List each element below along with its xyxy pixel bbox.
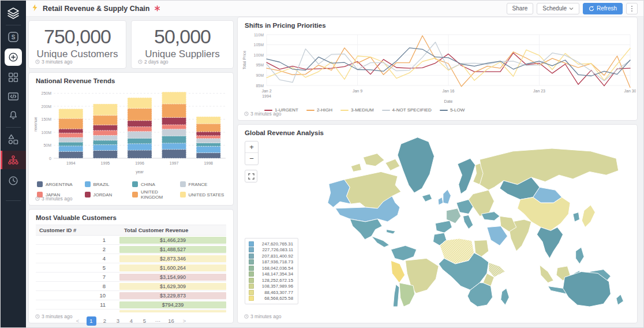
svg-text:Jan 16: Jan 16 (442, 89, 454, 93)
panel-most-valuable-customers: Most Valuable Customers Customer ID # To… (28, 209, 234, 323)
last-updated: 3 minutes ago (244, 111, 281, 117)
page-button[interactable]: ··· (153, 316, 163, 326)
share-button[interactable]: Share (507, 3, 534, 14)
bar-segment (162, 129, 186, 136)
top-bar: Retail Revenue & Supply Chain Share Sche… (26, 1, 643, 17)
map-legend-item: 168,042,036.54 (249, 266, 293, 271)
dashboard-app: S Retail Revenue & Supply Chain (0, 0, 644, 328)
table-row[interactable]: 1$1,466,239 (36, 236, 226, 245)
legend-item[interactable]: BRAZIL (85, 181, 133, 187)
pricing-line-chart[interactable]: 85M90M95M100M105M110MJan 21994Jan 9Jan 1… (240, 30, 636, 104)
page-prev-button[interactable]: < (73, 316, 83, 326)
history-clock-icon[interactable] (6, 173, 21, 188)
page-button[interactable]: 1 (87, 316, 96, 326)
svg-text:100M: 100M (253, 53, 264, 57)
table-header[interactable]: Customer ID # Total Customer Revenue (36, 225, 226, 236)
bar-segment (59, 129, 83, 133)
legend-item[interactable]: ARGENTINA (37, 181, 85, 187)
bar-segment (93, 131, 117, 136)
bar-segment (59, 151, 83, 158)
bar-segment (196, 146, 220, 152)
big-number-label: Unique Customers (29, 49, 126, 60)
bar-segment (59, 118, 83, 129)
svg-text:1996: 1996 (135, 161, 144, 165)
page-button[interactable]: 4 (127, 316, 136, 326)
world-map[interactable] (250, 134, 631, 307)
table-row[interactable]: 8$1,629,309 (36, 282, 226, 291)
legend-item[interactable]: UNITED KINGDOM (132, 189, 180, 200)
legend-item[interactable]: 4-NOT SPECIFIED (382, 107, 432, 113)
table-row[interactable]: 4$2,873,346 (36, 254, 226, 263)
svg-text:50M: 50M (43, 143, 51, 147)
big-number-value: 50,000 (132, 25, 233, 48)
expand-icon (248, 173, 254, 180)
clock-icon (35, 59, 40, 64)
legend-item[interactable]: UNITED STATES (180, 189, 228, 200)
refresh-label: Refresh (597, 5, 617, 12)
svg-text:150M: 150M (41, 117, 51, 121)
last-updated: 3 minutes ago (35, 59, 72, 65)
bar-segment (196, 143, 220, 146)
page-next-button[interactable]: > (180, 316, 189, 326)
revenue-trends-bar-chart[interactable]: 050M100M150M200M250M19941995199619971998… (32, 85, 230, 177)
panel-global-revenue-map: Global Revenue Analysis + − (237, 124, 638, 323)
bar-segment (93, 115, 117, 125)
table-row[interactable]: 10$3,229,873 (36, 291, 226, 300)
workspace-s-button[interactable]: S (6, 29, 21, 44)
refresh-button[interactable]: Refresh (583, 3, 623, 14)
svg-text:Jan 23: Jan 23 (533, 89, 545, 93)
map-zoom-out-button[interactable]: − (245, 153, 258, 165)
bar-segment (162, 125, 186, 129)
dashboard-title: Retail Revenue & Supply Chain (43, 5, 149, 13)
add-new-button[interactable] (5, 49, 22, 66)
map-controls: + − (245, 141, 259, 182)
legend-item[interactable]: JORDAN (85, 189, 133, 200)
sql-editor-icon[interactable] (6, 89, 21, 104)
map-legend-item: 88,463,307.77 (249, 290, 293, 295)
svg-text:95M: 95M (256, 63, 264, 67)
partial-row (119, 310, 226, 312)
legend-item[interactable]: 5-LOW (440, 107, 465, 113)
bar-segment (128, 121, 152, 127)
table-row[interactable]: 5$1,600,264 (36, 263, 226, 273)
svg-text:1994: 1994 (262, 94, 271, 98)
refresh-icon (589, 6, 594, 12)
bar-segment (93, 151, 117, 159)
page-button[interactable]: 5 (140, 316, 149, 326)
map-zoom-in-button[interactable]: + (245, 141, 258, 153)
line-chart-legend: 1-URGENT2-HIGH3-MEDIUM4-NOT SPECIFIED5-L… (264, 107, 637, 113)
svg-text:Jan 9: Jan 9 (353, 89, 362, 93)
more-menu-button[interactable] (626, 3, 638, 14)
table-row[interactable]: 7$3,154,990 (36, 273, 226, 282)
table-row[interactable]: 2$1,488,527 (36, 245, 226, 254)
legend-item[interactable]: 3-MEDIUM (340, 107, 374, 113)
svg-text:85M: 85M (256, 84, 264, 88)
dashboards-grid-icon[interactable] (6, 70, 21, 85)
panel-pricing-priorities: Shifts in Pricing Priorities 85M90M95M10… (237, 17, 638, 121)
legend-item[interactable]: FRANCE (180, 181, 228, 187)
bar-segment (128, 144, 152, 150)
legend-item[interactable]: 2-HIGH (306, 107, 332, 113)
bar-segment (93, 125, 117, 130)
map-legend-item: 128,252,672.15 (249, 278, 293, 283)
bar-segment (196, 117, 220, 124)
panel-national-revenue-trends: National Revenue Trends 050M100M150M200M… (28, 72, 234, 206)
bar-segment (196, 136, 220, 139)
table-row[interactable]: 11$794,239 (36, 300, 226, 310)
bar-segment (128, 132, 152, 139)
legend-item[interactable]: CHINA (132, 181, 180, 187)
schedule-button[interactable]: Schedule (537, 3, 579, 14)
flow-hierarchy-icon[interactable] (1, 151, 26, 169)
bar-segment (162, 136, 186, 143)
layers-logo-icon[interactable] (6, 6, 21, 21)
column-total-revenue: Total Customer Revenue (119, 227, 226, 233)
svg-text:1994: 1994 (66, 161, 76, 165)
page-button[interactable]: 2 (100, 316, 110, 326)
svg-text:S: S (12, 34, 16, 40)
page-button[interactable]: 3 (114, 316, 123, 326)
alerts-bell-icon[interactable] (6, 108, 21, 123)
map-fullscreen-button[interactable] (245, 170, 257, 182)
shapes-icon[interactable] (6, 132, 21, 147)
page-button[interactable]: 16 (167, 316, 176, 326)
schedule-label: Schedule (542, 5, 567, 12)
